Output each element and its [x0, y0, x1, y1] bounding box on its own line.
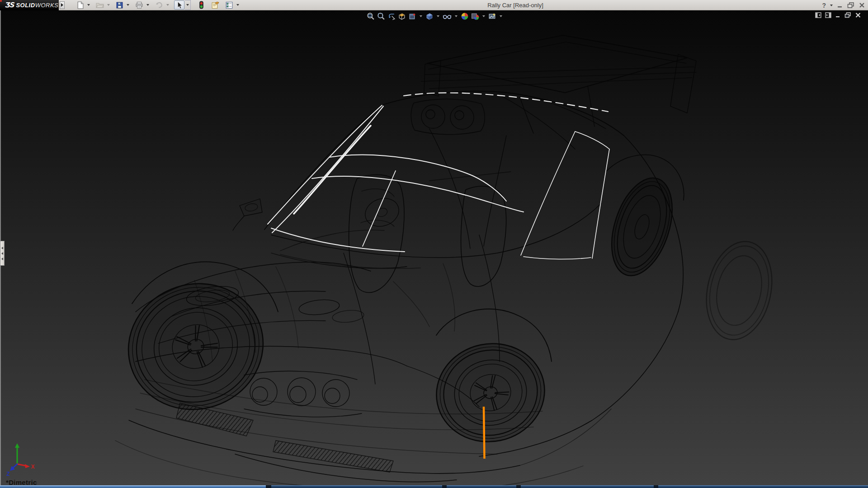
dropdown-caret-icon: [87, 4, 90, 6]
print-icon: [135, 1, 143, 9]
select-tool-dropdown[interactable]: [185, 0, 191, 10]
minimize-document-button[interactable]: [835, 12, 841, 18]
help-dropdown-caret-icon[interactable]: [830, 5, 833, 6]
select-tool-button[interactable]: [174, 0, 184, 9]
apply-scene-dropdown[interactable]: [482, 15, 485, 17]
undo-button[interactable]: [154, 0, 164, 9]
traffic-light-icon: [198, 1, 205, 9]
view-settings-dropdown[interactable]: [500, 15, 502, 17]
triad-x-label: X: [31, 464, 35, 470]
car-wireframe: [112, 35, 781, 485]
print-button[interactable]: [134, 0, 144, 9]
glasses-icon: [443, 12, 452, 20]
window-controls: ?: [822, 0, 865, 10]
rebuild-button[interactable]: [197, 0, 206, 9]
options-dropdown[interactable]: [235, 0, 241, 9]
corner-pixel: [0, 0, 2, 2]
close-button[interactable]: [859, 2, 865, 8]
graphics-area[interactable]: X Z: [0, 10, 868, 485]
solidworks-window: ƷS SOLIDWORKS: [0, 0, 868, 488]
new-document-dropdown[interactable]: [86, 0, 91, 9]
display-style-button[interactable]: [425, 12, 434, 21]
highlighted-sketch: [268, 93, 609, 259]
select-cursor-icon: [175, 1, 183, 9]
undo-icon: [155, 1, 163, 9]
dropdown-caret-icon: [146, 4, 149, 6]
dropdown-caret-icon: [186, 4, 189, 6]
options-button[interactable]: [224, 0, 234, 9]
dropdown-caret-icon: [236, 4, 239, 6]
view-settings-icon: [488, 12, 496, 20]
minimize-button[interactable]: [837, 3, 843, 8]
flyout-arrow-icon: [61, 3, 63, 7]
save-icon: [116, 1, 123, 9]
restore-document-button[interactable]: [844, 12, 851, 18]
apply-scene-button[interactable]: [471, 12, 480, 21]
new-document-icon: [76, 1, 84, 9]
taskbar-segment[interactable]: [271, 485, 442, 488]
view-orientation-button[interactable]: [408, 12, 417, 21]
zoom-to-fit-button[interactable]: [366, 12, 375, 21]
save-dropdown[interactable]: [125, 0, 131, 9]
wheel-front-right: [600, 170, 683, 283]
previous-view-button[interactable]: [387, 12, 396, 21]
title-bar: ƷS SOLIDWORKS: [0, 0, 868, 10]
file-properties-button[interactable]: [210, 0, 221, 9]
restore-button[interactable]: [847, 2, 854, 8]
wheel-rear-right: [698, 235, 781, 346]
view-settings-button[interactable]: [488, 12, 497, 21]
zoom-to-fit-icon: [367, 12, 375, 20]
display-style-icon: [425, 12, 434, 20]
solidworks-logo-text-light: WORKS: [35, 2, 59, 9]
collapse-arrow-icon: [1, 252, 3, 255]
appearance-sphere-icon: [461, 12, 469, 20]
section-view-icon: [398, 12, 406, 20]
view-orientation-icon: [408, 12, 416, 20]
edit-appearance-button[interactable]: [460, 12, 469, 21]
options-icon: [225, 1, 233, 9]
zoom-to-area-icon: [377, 12, 385, 20]
dropdown-caret-icon: [107, 4, 110, 6]
new-document-button[interactable]: [75, 0, 85, 9]
file-properties-icon: [211, 1, 220, 9]
document-window-controls: [815, 12, 861, 18]
collapse-arrow-icon: [1, 247, 3, 249]
wheel-rear-left: [427, 333, 554, 451]
previous-view-icon: [387, 12, 396, 20]
close-document-button[interactable]: [855, 12, 861, 18]
heads-up-view-toolbar: [366, 12, 504, 21]
show-left-pane-button[interactable]: [815, 12, 821, 18]
zoom-to-area-button[interactable]: [377, 12, 386, 21]
open-button[interactable]: [95, 0, 105, 9]
model-canvas[interactable]: X Z: [0, 10, 868, 485]
open-dropdown[interactable]: [106, 0, 111, 9]
taskbar-segment[interactable]: [521, 485, 654, 488]
taskbar-segment[interactable]: [658, 485, 868, 488]
section-view-button[interactable]: [397, 12, 406, 21]
orientation-triad[interactable]: X Z: [6, 443, 35, 477]
dropdown-caret-icon: [127, 4, 129, 6]
collapse-arrow-icon: [1, 258, 3, 260]
taskbar-segment[interactable]: [447, 485, 516, 488]
selected-edge-highlight[interactable]: [484, 407, 485, 459]
main-toolbar: [75, 0, 244, 10]
print-dropdown[interactable]: [145, 0, 151, 9]
view-orientation-dropdown[interactable]: [420, 15, 422, 17]
save-button[interactable]: [115, 0, 124, 9]
solidworks-logo-mark: ƷS: [5, 1, 14, 9]
apply-scene-icon: [471, 12, 479, 20]
feature-pane-splitter[interactable]: [0, 241, 5, 266]
show-right-pane-button[interactable]: [825, 12, 831, 18]
document-title: Rally Car [Read-only]: [459, 0, 572, 10]
taskbar-segment[interactable]: [0, 485, 266, 488]
dropdown-caret-icon: [166, 4, 169, 6]
menu-flyout-button[interactable]: [60, 1, 65, 9]
display-style-dropdown[interactable]: [437, 15, 439, 17]
hide-show-items-dropdown[interactable]: [455, 15, 458, 17]
hide-show-items-button[interactable]: [442, 12, 452, 21]
undo-dropdown[interactable]: [165, 0, 170, 9]
open-folder-icon: [96, 1, 104, 9]
help-button[interactable]: ?: [822, 2, 826, 9]
wheel-front-left: [112, 266, 280, 427]
os-taskbar-edge[interactable]: [0, 485, 868, 488]
